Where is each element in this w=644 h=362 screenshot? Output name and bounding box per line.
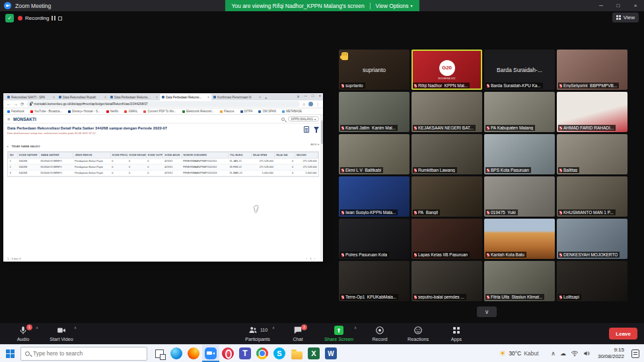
participant-tile[interactable]: seputro-balai pemdes ... (411, 261, 482, 301)
forward-icon[interactable]: → (14, 102, 18, 106)
participant-tile[interactable]: Kanwil Jatim_Kanim Mal... (339, 92, 410, 132)
pause-recording-button[interactable] (52, 16, 55, 20)
tab-close-icon[interactable]: × (104, 95, 106, 99)
participant-tile[interactable]: PA Kabupaten Malang (484, 92, 555, 132)
column-header[interactable]: KODE PROGRAM (110, 153, 127, 159)
participant-tile[interactable]: KEJAKSAAN NEGERI BAT... (411, 92, 482, 132)
taskbar-app-button[interactable] (219, 345, 236, 362)
leave-button[interactable]: Leave (609, 328, 637, 340)
page-scrollbar[interactable] (320, 115, 323, 262)
taskbar-app-button[interactable] (254, 345, 271, 362)
participant-tile[interactable]: KHUSMIANTO MAN 1 P... (557, 176, 627, 217)
browser-menu-icon[interactable]: ⋮ (316, 102, 320, 106)
column-header[interactable]: NO (9, 153, 18, 159)
site-search-icon[interactable] (281, 118, 285, 121)
bookmark-item[interactable]: Flascus (220, 110, 234, 113)
participant-tile[interactable]: Fitria Ulfa_Stasiun Klimat... (484, 261, 555, 301)
refresh-icon[interactable]: ⟳ (20, 102, 24, 107)
bookmark-item[interactable]: METABASE (282, 110, 302, 113)
volume-icon[interactable] (583, 350, 590, 357)
bookmark-item[interactable]: Facebook (7, 110, 24, 113)
column-header[interactable]: NILAI SPAN (252, 153, 275, 159)
column-header[interactable]: KODE OUTPUT (146, 153, 163, 159)
tab-close-icon[interactable]: × (207, 95, 209, 99)
column-header[interactable]: NAMA SATKER (39, 153, 73, 159)
column-header[interactable]: NOMOR DOKUMEN (182, 153, 228, 159)
taskbar-app-button[interactable] (271, 345, 288, 362)
browser-tab[interactable]: Rekonsiliasi SAKTI - SPA × (5, 94, 57, 100)
column-header[interactable]: KODE AKUN (163, 153, 182, 159)
bookmark-item[interactable]: DITPA (240, 110, 253, 113)
browser-close-button[interactable]: × (318, 94, 321, 98)
video-options-caret-icon[interactable]: ∧ (74, 326, 77, 330)
taskbar-app-button[interactable] (168, 345, 185, 362)
bookmark-item[interactable]: YouTube - Broadca... (30, 110, 62, 113)
weather-widget[interactable]: ☀ 30°C Kabut (499, 349, 538, 358)
participant-tile[interactable]: 019475_Yuki (484, 176, 555, 217)
bookmark-star-icon[interactable]: ☆ (303, 102, 306, 106)
taskbar-app-button[interactable] (236, 345, 254, 362)
bookmark-item[interactable]: Netflix (106, 110, 119, 113)
tab-close-icon[interactable]: × (259, 95, 261, 99)
participant-tile[interactable]: AHMAD FARID RAHADI... (557, 92, 627, 132)
share-screen-button[interactable]: ∧ Share Screen (317, 324, 361, 344)
record-button[interactable]: Record (361, 324, 399, 344)
audio-options-caret-icon[interactable]: ∧ (36, 326, 38, 330)
start-button[interactable] (3, 346, 17, 361)
participant-tile[interactable]: Ekmi L V_Balitkabi (339, 134, 410, 174)
taskbar-app-button[interactable] (305, 345, 322, 362)
column-header[interactable]: NILAI SAI (275, 153, 295, 159)
url-field[interactable]: monsakti.kemenkeu.go.id/dist/app/#monlap… (26, 101, 299, 107)
table-row[interactable]: 3344268KD2644 KOMINFOPendapatan Bukan Pa… (9, 170, 318, 176)
browser-minimize-button[interactable]: ─ (304, 94, 307, 98)
network-wifi-icon[interactable] (571, 350, 579, 357)
taskbar-app-button[interactable] (288, 345, 305, 362)
onedrive-cloud-icon[interactable]: ☁ (560, 350, 566, 357)
view-options-button[interactable]: View Options ▾ (370, 3, 413, 9)
participants-caret-icon[interactable]: ∧ (272, 326, 275, 330)
table-row[interactable]: 2344268KD2644 KOMINFOPendapatan Bukan Pa… (9, 164, 318, 170)
taskbar-app-button[interactable] (322, 345, 340, 362)
taskbar-app-button[interactable] (185, 345, 202, 362)
share-options-caret-icon[interactable]: ∧ (354, 326, 357, 330)
action-dropdown[interactable]: AKSI ▾ (310, 143, 319, 146)
participant-tile[interactable]: PA_Bangil (411, 176, 482, 217)
gallery-next-page-button[interactable]: ∨ (477, 307, 497, 317)
column-header[interactable]: TGL BUKU (228, 153, 251, 159)
browser-maximize-button[interactable]: □ (312, 94, 314, 98)
tab-close-icon[interactable]: × (156, 95, 158, 99)
export-excel-button[interactable] (304, 126, 309, 133)
participant-tile[interactable]: Kantah Kota Batu (484, 219, 555, 259)
hamburger-menu-icon[interactable]: ≡ (7, 117, 10, 122)
chat-button[interactable]: 2 Chat (279, 324, 317, 344)
participant-tile[interactable]: Lolitsapi (557, 261, 627, 301)
close-button[interactable]: × (627, 0, 644, 11)
scrollbar-thumb[interactable] (321, 120, 323, 144)
apps-button[interactable]: Apps (437, 324, 476, 344)
bookmark-item[interactable]: Elektronik Rekonsil... (182, 110, 214, 113)
new-tab-button[interactable]: + (265, 96, 268, 100)
start-video-button[interactable]: ∧ Start Video (42, 324, 81, 344)
column-header[interactable]: KODE KEGIATAN (127, 153, 146, 159)
browser-tab[interactable]: Data Perbedaan Rekonsi... × (108, 94, 160, 100)
participant-tile[interactable]: Barda Suraidah-... Barda Suraidah-KPU Ka… (484, 50, 555, 90)
participants-button[interactable]: ∧ 110 Participants (236, 324, 279, 344)
participant-tile[interactable]: Balittas (557, 134, 627, 174)
search-input[interactable] (33, 350, 132, 357)
participant-tile[interactable]: Rumkitban Lawang (411, 134, 482, 174)
table-row[interactable]: 1344268KD2644 KOMINFOPendapatan Bukan Pa… (9, 159, 318, 164)
browser-tab[interactable]: Data Rekonsiliasi Rupiah × (57, 94, 108, 100)
taskbar-app-button[interactable] (151, 345, 168, 362)
bookmark-item[interactable]: GMAIL (124, 110, 137, 113)
section-label[interactable]: TIDAK SAMA SALDO (11, 145, 40, 148)
participant-tile[interactable]: Iwan Susylo-KPPN Mala... (339, 176, 410, 217)
filter-button[interactable] (314, 127, 319, 131)
minimize-button[interactable]: ─ (592, 0, 610, 11)
column-header[interactable]: KODE SATKER (18, 153, 40, 159)
participant-tile[interactable]: EnySetyorini_BBPPMPVB... (557, 50, 627, 90)
bookmark-item[interactable]: Convert PDF To Wo... (143, 110, 176, 113)
browser-profile-avatar[interactable] (308, 102, 313, 106)
security-shield-icon[interactable]: ✓ (5, 14, 14, 22)
browser-tab[interactable]: Data Perbedaan Rekonsi... × (160, 94, 211, 100)
participant-tile[interactable]: BPS Kota Pasuruan (484, 134, 555, 174)
